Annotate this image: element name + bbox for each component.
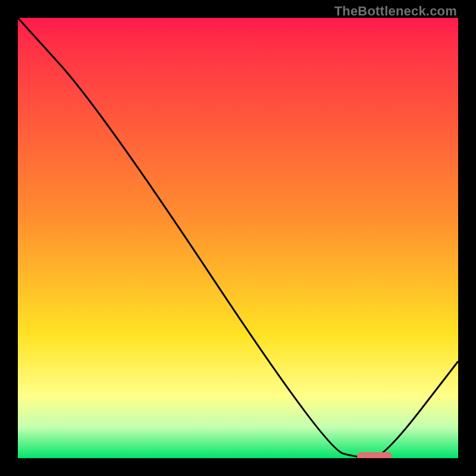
plot-area: [18, 18, 458, 458]
optimum-marker: [357, 452, 392, 458]
chart-frame: TheBottleneck.com: [0, 0, 476, 476]
bottleneck-curve: [18, 18, 458, 458]
watermark-text: TheBottleneck.com: [334, 4, 457, 19]
